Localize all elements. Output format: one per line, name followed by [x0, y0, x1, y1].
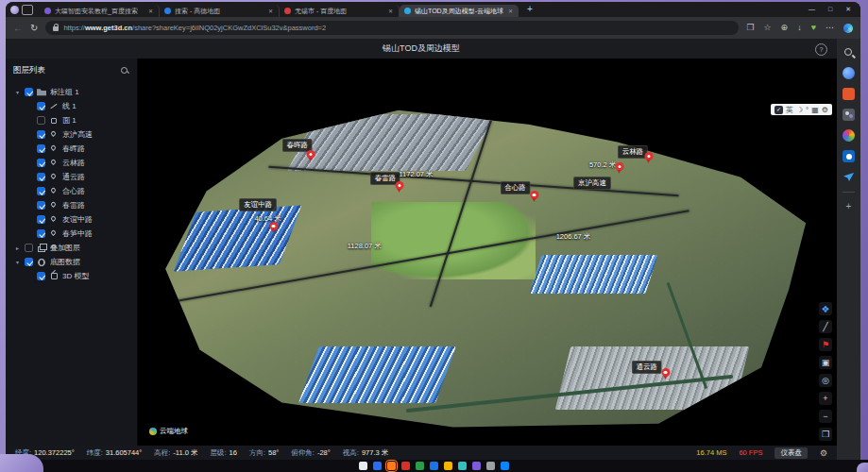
- gear-icon[interactable]: ⚙: [820, 448, 827, 458]
- taskbar-app-icon[interactable]: [416, 462, 424, 470]
- minimize-button[interactable]: —: [808, 6, 815, 13]
- map-viewport[interactable]: 春晖路春雷路友谊中路合心路京沪高速云林路通云路40.64 米1172.07 米5…: [138, 59, 837, 446]
- locate-icon[interactable]: ◎: [819, 374, 832, 387]
- map-pin-marker[interactable]: [395, 181, 403, 193]
- layer-item[interactable]: 合心路: [13, 184, 129, 198]
- browser-essentials-icon[interactable]: ♥: [811, 24, 816, 32]
- maximize-button[interactable]: □: [828, 6, 832, 13]
- taskbar-app-icon[interactable]: [430, 462, 438, 470]
- snapshot-icon[interactable]: ▣: [819, 356, 832, 369]
- layer-item[interactable]: 通云路: [13, 170, 129, 184]
- browser-tab[interactable]: 无锡市 - 百度地图: [280, 5, 400, 17]
- zoom-out-icon[interactable]: −: [819, 410, 832, 423]
- map-pin-marker[interactable]: [269, 222, 278, 233]
- tab-close-icon[interactable]: [507, 8, 514, 14]
- layer-checkbox[interactable]: [37, 116, 45, 125]
- taskbar-app-icon[interactable]: [373, 462, 382, 470]
- layer-item[interactable]: 3D 模型: [13, 269, 129, 283]
- layer-checkbox[interactable]: [37, 144, 45, 153]
- sidebar-search-icon[interactable]: [842, 46, 855, 59]
- dashboard-button[interactable]: 仪表盘: [774, 447, 808, 459]
- annotation-toggle-icon[interactable]: ✓: [774, 106, 783, 114]
- layer-checkbox[interactable]: [37, 201, 45, 210]
- browser-tab[interactable]: 锡山TOD及周边模型-云端地球: [400, 5, 519, 17]
- layer-item[interactable]: 春笋中路: [13, 227, 129, 241]
- sidebar-outlook-icon[interactable]: [842, 150, 855, 162]
- grid-icon[interactable]: ▦: [811, 106, 819, 114]
- taskbar-app-icon[interactable]: [444, 462, 452, 470]
- draw-line-icon[interactable]: ╱: [819, 320, 832, 333]
- tab-actions-icon[interactable]: [22, 5, 33, 15]
- map-pin-marker[interactable]: [306, 150, 315, 161]
- more-menu-icon[interactable]: ⋯: [825, 24, 834, 32]
- downloads-icon[interactable]: ↓: [797, 24, 802, 32]
- fullscreen-icon[interactable]: ❒: [819, 428, 832, 441]
- extensions-icon[interactable]: ⊕: [781, 24, 789, 32]
- expand-arrow-icon[interactable]: ▾: [14, 89, 21, 95]
- tab-close-icon[interactable]: [267, 8, 274, 14]
- map-pin-marker[interactable]: [530, 191, 538, 202]
- layer-item[interactable]: ▾ 底图数据: [13, 255, 129, 269]
- help-icon[interactable]: ?: [815, 43, 827, 56]
- language-icon[interactable]: 英: [786, 106, 793, 114]
- layer-checkbox[interactable]: [25, 244, 33, 252]
- taskbar-app-icon[interactable]: [401, 462, 410, 470]
- layer-checkbox[interactable]: [37, 187, 45, 195]
- layer-item[interactable]: 面 1: [13, 113, 129, 127]
- layer-checkbox[interactable]: [37, 130, 45, 139]
- expand-arrow-icon[interactable]: ▸: [14, 244, 21, 251]
- zoom-in-icon[interactable]: +: [819, 392, 832, 405]
- layer-item[interactable]: 云林路: [13, 156, 129, 170]
- address-bar[interactable]: https://www.get3d.cn/share?shareKey=j6iI…: [45, 21, 739, 35]
- layer-item[interactable]: 京沪高速: [13, 127, 129, 142]
- night-mode-icon[interactable]: ☽: [796, 106, 803, 114]
- layer-item[interactable]: 线 1: [13, 99, 129, 113]
- layer-checkbox[interactable]: [25, 88, 33, 96]
- layer-checkbox[interactable]: [37, 102, 45, 110]
- tab-close-icon[interactable]: [387, 8, 394, 14]
- sidebar-drop-icon[interactable]: [842, 171, 855, 183]
- map-pin-marker[interactable]: [661, 368, 670, 379]
- browser-tab[interactable]: 大疆智图安装教程_百度搜索: [40, 5, 160, 17]
- browser-tab[interactable]: 搜索 - 高德地图: [160, 5, 280, 17]
- search-icon[interactable]: [121, 67, 129, 76]
- taskbar-app-icon[interactable]: [501, 462, 509, 470]
- flag-measure-icon[interactable]: ⚑: [819, 338, 832, 351]
- layer-item[interactable]: 友谊中路: [13, 212, 129, 227]
- close-button[interactable]: ✕: [845, 6, 851, 13]
- expand-arrow-icon[interactable]: ▾: [14, 259, 21, 265]
- taskbar-app-icon[interactable]: [387, 462, 396, 470]
- map-pin-marker[interactable]: [644, 152, 653, 163]
- layer-checkbox[interactable]: [37, 272, 45, 280]
- copilot-icon[interactable]: [843, 24, 853, 33]
- workspace-icon[interactable]: [10, 6, 19, 14]
- sidebar-shopping-icon[interactable]: [842, 88, 855, 100]
- taskbar-app-icon[interactable]: [472, 462, 481, 470]
- split-screen-icon[interactable]: ❐: [746, 24, 754, 32]
- layer-item[interactable]: ▸ 叠加图层: [13, 241, 129, 255]
- layer-checkbox[interactable]: [37, 229, 45, 238]
- refresh-icon[interactable]: ↻: [30, 24, 38, 33]
- degree-icon[interactable]: °: [806, 106, 808, 114]
- favorites-icon[interactable]: ☆: [764, 24, 772, 32]
- taskbar-app-icon[interactable]: [458, 462, 467, 470]
- sidebar-people-icon[interactable]: [842, 109, 855, 121]
- sidebar-copilot-icon[interactable]: [842, 67, 855, 79]
- layer-item[interactable]: 春晖路: [13, 142, 129, 156]
- sidebar-add-button[interactable]: +: [846, 201, 852, 211]
- view-settings-icon[interactable]: ⚙: [822, 106, 828, 114]
- layer-checkbox[interactable]: [25, 258, 33, 266]
- tab-close-icon[interactable]: [147, 8, 154, 14]
- taskbar-app-icon[interactable]: [486, 462, 495, 470]
- layer-checkbox[interactable]: [37, 173, 45, 181]
- layer-checkbox[interactable]: [37, 215, 45, 224]
- new-tab-button[interactable]: +: [527, 5, 533, 14]
- taskbar-app-icon[interactable]: [359, 462, 367, 470]
- view-mode-3d-icon[interactable]: ❖: [819, 302, 832, 315]
- layer-checkbox[interactable]: [37, 159, 45, 167]
- map-pin-marker[interactable]: [615, 162, 623, 174]
- layer-item[interactable]: ▾ 标注组 1: [13, 85, 129, 99]
- sidebar-games-icon[interactable]: [842, 129, 855, 142]
- back-icon[interactable]: ←: [13, 24, 23, 33]
- layer-item[interactable]: 春雷路: [13, 198, 129, 212]
